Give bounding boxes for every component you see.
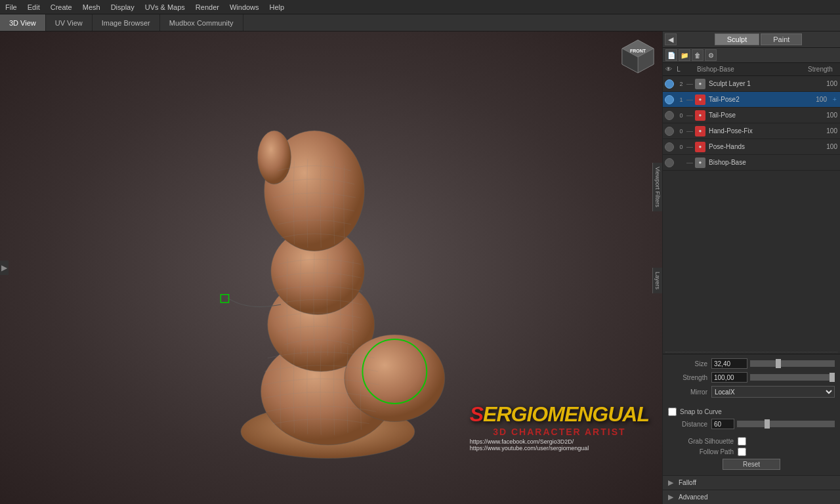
falloff-row[interactable]: ▶ Falloff bbox=[663, 475, 840, 490]
layer-type-icon: ● bbox=[695, 158, 705, 168]
layers-side-tab[interactable]: Layers bbox=[652, 268, 662, 293]
mirror-row: Mirror LocalX LocalY LocalZ None bbox=[668, 386, 835, 398]
distance-input[interactable] bbox=[711, 419, 734, 429]
viewport-3d[interactable]: FRONT SERGIOMENGUAL 3D CHARACTER ARTIST … bbox=[0, 32, 663, 504]
tab-uvview[interactable]: UV View bbox=[46, 14, 93, 31]
snap-curve-checkbox[interactable] bbox=[668, 408, 677, 416]
menu-help[interactable]: Help bbox=[264, 2, 290, 12]
advanced-arrow: ▶ bbox=[668, 493, 676, 501]
menu-uvs[interactable]: UVs & Maps bbox=[140, 2, 190, 12]
sculpt-mode-btn[interactable]: Sculpt bbox=[715, 33, 760, 45]
layer-type-icon: ● bbox=[695, 110, 705, 121]
size-row: Size bbox=[668, 358, 835, 369]
layer-visibility-dot[interactable] bbox=[665, 79, 674, 89]
falloff-label: Falloff bbox=[679, 479, 696, 486]
tab-community[interactable]: Mudbox Community bbox=[160, 14, 243, 31]
layer-visibility-dot[interactable] bbox=[665, 95, 674, 104]
layer-num: 0 bbox=[676, 128, 686, 135]
layer-name: Bishop-Base bbox=[707, 159, 822, 166]
layer-visibility-dot[interactable] bbox=[665, 158, 674, 167]
layer-dash: — bbox=[686, 96, 693, 103]
size-label: Size bbox=[668, 360, 707, 368]
layer-row[interactable]: 0 — ● Hand-Pose-Fix 100 bbox=[663, 123, 840, 139]
distance-label: Distance bbox=[668, 421, 707, 428]
grab-silhouette-checkbox[interactable] bbox=[738, 437, 746, 446]
follow-path-checkbox[interactable] bbox=[738, 448, 746, 456]
right-panel: ◀ Sculpt Paint 📄 📁 🗑 ⚙ 👁 L Bishop-Base S… bbox=[663, 32, 840, 504]
layer-visibility-dot[interactable] bbox=[665, 127, 674, 136]
layer-row[interactable]: 0 — ● Pose-Hands 100 bbox=[663, 139, 840, 155]
tab-imagebrowser[interactable]: Image Browser bbox=[93, 14, 160, 31]
layer-name: Hand-Pose-Fix bbox=[707, 127, 822, 135]
size-input[interactable] bbox=[711, 358, 747, 369]
layer-num: 1 bbox=[676, 96, 686, 103]
layer-strength: 100 bbox=[811, 96, 830, 103]
svg-text:FRONT: FRONT bbox=[630, 49, 646, 53]
menu-render[interactable]: Render bbox=[190, 2, 224, 12]
layer-row[interactable]: 0 — ● Tail-Pose 100 bbox=[663, 108, 840, 123]
layers-header: 👁 L Bishop-Base Strength bbox=[663, 63, 840, 76]
viewport-expand-left[interactable]: ▶ bbox=[0, 261, 9, 275]
menu-edit[interactable]: Edit bbox=[22, 2, 45, 12]
layer-visibility-dot[interactable] bbox=[665, 142, 674, 152]
distance-row: Distance bbox=[668, 419, 835, 429]
tabbar: 3D View UV View Image Browser Mudbox Com… bbox=[0, 14, 840, 32]
follow-path-row: Follow Path bbox=[668, 448, 835, 456]
menu-file[interactable]: File bbox=[0, 2, 22, 12]
advanced-row[interactable]: ▶ Advanced bbox=[663, 490, 840, 504]
menu-windows[interactable]: Windows bbox=[224, 2, 264, 12]
snap-section: Snap to Curve Distance bbox=[663, 405, 840, 434]
tab-3dview[interactable]: 3D View bbox=[0, 14, 46, 31]
layer-row[interactable]: 2 — ● Sculpt Layer 1 100 bbox=[663, 76, 840, 92]
menu-mesh[interactable]: Mesh bbox=[77, 2, 106, 12]
layer-type-icon: ● bbox=[695, 79, 705, 89]
layer-strength: 100 bbox=[822, 127, 840, 135]
layer-num: 0 bbox=[676, 144, 686, 150]
layers-separator bbox=[665, 352, 837, 352]
strength-input[interactable] bbox=[711, 372, 747, 383]
reset-btn[interactable]: Reset bbox=[723, 459, 780, 470]
panel-collapse-btn[interactable]: ◀ bbox=[665, 33, 677, 45]
layer-type-icon: ● bbox=[695, 94, 705, 105]
layer-name: Tail-Pose bbox=[707, 112, 822, 119]
sculpt-paint-toggle: Sculpt Paint bbox=[679, 33, 838, 45]
size-slider[interactable] bbox=[750, 360, 835, 367]
layer-visibility-dot[interactable] bbox=[665, 111, 674, 120]
falloff-arrow: ▶ bbox=[668, 478, 676, 487]
strength-row: Strength bbox=[668, 372, 835, 383]
layer-name: Sculpt Layer 1 bbox=[707, 80, 822, 87]
settings-layer-btn[interactable]: ⚙ bbox=[705, 49, 717, 61]
grab-follow-section: Grab Silhouette Follow Path Reset bbox=[663, 434, 840, 475]
mirror-label: Mirror bbox=[668, 388, 707, 396]
cube-nav-svg: FRONT bbox=[619, 37, 657, 75]
new-layer-btn[interactable]: 📄 bbox=[665, 49, 677, 61]
follow-path-label: Follow Path bbox=[668, 448, 734, 455]
folder-layer-btn[interactable]: 📁 bbox=[679, 49, 690, 61]
advanced-label: Advanced bbox=[679, 494, 707, 501]
snap-curve-label: Snap to Curve bbox=[680, 408, 722, 415]
layer-row-active[interactable]: 1 — ● Tail-Pose2 100 + bbox=[663, 92, 840, 108]
lh-strength: Strength bbox=[801, 66, 840, 73]
cube-navigator[interactable]: FRONT bbox=[619, 37, 657, 75]
mirror-select[interactable]: LocalX LocalY LocalZ None bbox=[711, 386, 835, 398]
layer-row[interactable]: — ● Bishop-Base bbox=[663, 155, 840, 171]
props-section: Size Strength Mirror LocalX LocalY Local… bbox=[663, 354, 840, 405]
menu-create[interactable]: Create bbox=[45, 2, 77, 12]
lh-name: Bishop-Base bbox=[694, 66, 801, 73]
distance-slider[interactable] bbox=[737, 421, 835, 427]
layer-num: 2 bbox=[676, 81, 686, 87]
layer-dash: — bbox=[686, 80, 693, 87]
strength-slider[interactable] bbox=[750, 374, 835, 381]
menu-display[interactable]: Display bbox=[106, 2, 140, 12]
delete-layer-btn[interactable]: 🗑 bbox=[692, 49, 704, 61]
layer-add-btn[interactable]: + bbox=[830, 96, 840, 103]
svg-point-5 bbox=[257, 131, 291, 184]
strength-label: Strength bbox=[668, 374, 707, 381]
layers-list: 2 — ● Sculpt Layer 1 100 1 — ● Tail-Pose… bbox=[663, 76, 840, 350]
viewport-filters-tab[interactable]: Viewport Filters bbox=[652, 163, 662, 211]
layer-dash: — bbox=[686, 112, 693, 119]
layers-toolbar: 📄 📁 🗑 ⚙ bbox=[663, 48, 840, 63]
watermark: SERGIOMENGUAL 3D CHARACTER ARTIST https:… bbox=[470, 402, 649, 452]
lh-eye-icon: 👁 bbox=[663, 66, 673, 73]
paint-mode-btn[interactable]: Paint bbox=[761, 33, 802, 45]
